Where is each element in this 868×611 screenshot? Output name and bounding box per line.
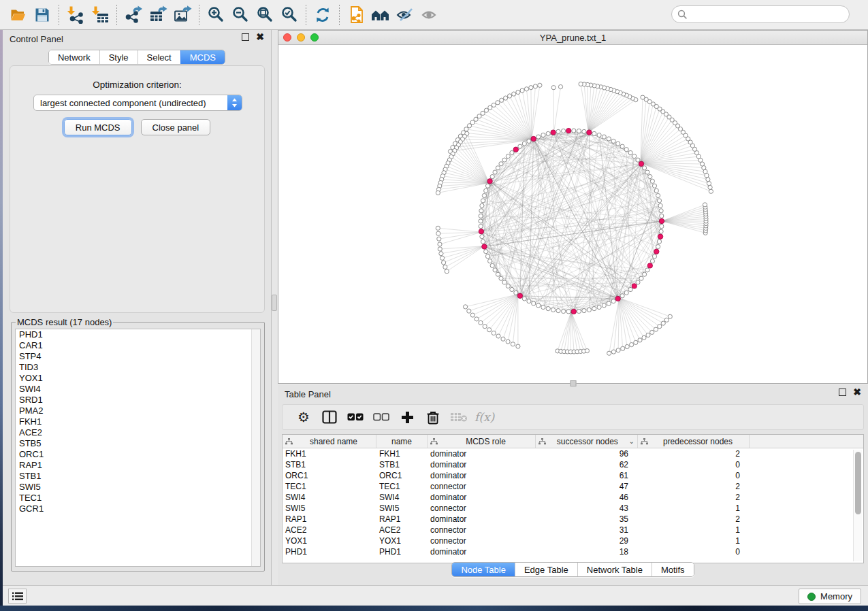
network-node[interactable] bbox=[628, 150, 632, 154]
close-icon[interactable]: ✖ bbox=[853, 389, 861, 396]
clone-network-icon[interactable] bbox=[344, 3, 368, 27]
import-network-icon[interactable] bbox=[63, 3, 88, 27]
zoom-fit-icon[interactable] bbox=[253, 3, 277, 27]
network-node[interactable] bbox=[656, 244, 660, 248]
network-node[interactable] bbox=[577, 309, 581, 313]
network-node[interactable] bbox=[706, 178, 710, 182]
network-node[interactable] bbox=[492, 103, 496, 107]
mcds-list-scrollbar[interactable] bbox=[251, 329, 260, 566]
network-node[interactable] bbox=[641, 95, 645, 99]
network-node[interactable] bbox=[479, 225, 483, 229]
network-node[interactable] bbox=[551, 308, 556, 312]
network-node[interactable] bbox=[496, 166, 500, 170]
tab-node-table[interactable]: Node Table bbox=[452, 563, 515, 576]
network-node[interactable] bbox=[488, 259, 492, 263]
tab-edge-table[interactable]: Edge Table bbox=[515, 563, 577, 576]
network-node[interactable] bbox=[664, 318, 669, 322]
mcds-result-item[interactable]: YOX1 bbox=[16, 373, 260, 384]
network-node[interactable] bbox=[474, 117, 478, 121]
run-mcds-button[interactable]: Run MCDS bbox=[64, 119, 132, 135]
network-node[interactable] bbox=[467, 309, 471, 313]
network-node[interactable] bbox=[625, 344, 629, 348]
network-node[interactable] bbox=[648, 175, 652, 179]
network-node[interactable] bbox=[499, 276, 503, 280]
network-node-selected[interactable] bbox=[487, 179, 492, 184]
tab-mcds[interactable]: MCDS bbox=[180, 50, 225, 64]
network-node[interactable] bbox=[485, 184, 489, 188]
network-node[interactable] bbox=[562, 129, 566, 133]
network-node[interactable] bbox=[496, 272, 500, 276]
export-network-icon[interactable] bbox=[121, 3, 146, 27]
network-node[interactable] bbox=[536, 135, 541, 139]
network-node[interactable] bbox=[652, 184, 656, 188]
network-node[interactable] bbox=[464, 127, 468, 131]
network-node-selected[interactable] bbox=[566, 128, 571, 133]
network-node[interactable] bbox=[668, 314, 672, 318]
network-node[interactable] bbox=[437, 237, 441, 241]
network-node-selected[interactable] bbox=[571, 309, 576, 314]
network-node[interactable] bbox=[639, 276, 643, 280]
network-node-selected[interactable] bbox=[659, 218, 664, 223]
mcds-result-item[interactable]: FKH1 bbox=[16, 416, 260, 427]
delete-column-trash-icon[interactable] bbox=[420, 406, 446, 428]
network-node[interactable] bbox=[611, 350, 615, 354]
criterion-dropdown[interactable]: largest connected component (undirected) bbox=[33, 95, 242, 111]
network-node[interactable] bbox=[624, 291, 628, 295]
network-node[interactable] bbox=[496, 101, 500, 105]
network-node[interactable] bbox=[616, 348, 620, 352]
network-node[interactable] bbox=[529, 86, 533, 90]
network-node[interactable] bbox=[522, 297, 526, 301]
network-node[interactable] bbox=[522, 142, 526, 146]
save-session-icon[interactable] bbox=[30, 3, 54, 27]
network-node[interactable] bbox=[477, 114, 481, 118]
network-node[interactable] bbox=[438, 247, 442, 251]
network-node[interactable] bbox=[546, 307, 550, 311]
mcds-result-list[interactable]: PHD1CAR1STP4TID3YOX1SWI4SRD1PMA2FKH1ACE2… bbox=[15, 329, 261, 567]
network-node[interactable] bbox=[621, 346, 625, 350]
network-node[interactable] bbox=[642, 335, 646, 340]
float-window-icon[interactable] bbox=[839, 389, 846, 396]
network-node[interactable] bbox=[616, 142, 620, 146]
network-node[interactable] bbox=[511, 342, 515, 346]
network-node[interactable] bbox=[582, 309, 586, 313]
hide-items-icon[interactable] bbox=[393, 3, 417, 27]
network-node[interactable] bbox=[572, 129, 576, 133]
close-icon[interactable]: ✖ bbox=[256, 33, 264, 41]
network-node[interactable] bbox=[436, 231, 440, 235]
network-node-selected[interactable] bbox=[658, 234, 662, 239]
mcds-result-item[interactable]: STP4 bbox=[16, 351, 260, 362]
network-node[interactable] bbox=[624, 148, 628, 152]
network-node[interactable] bbox=[510, 287, 514, 291]
network-node[interactable] bbox=[436, 226, 440, 230]
network-node[interactable] bbox=[501, 337, 505, 341]
network-node-selected[interactable] bbox=[479, 229, 483, 234]
tab-motifs[interactable]: Motifs bbox=[652, 563, 694, 576]
mcds-result-item[interactable]: GCR1 bbox=[16, 503, 260, 514]
zoom-in-icon[interactable] bbox=[204, 3, 228, 27]
network-node[interactable] bbox=[585, 349, 589, 353]
network-search-field[interactable] bbox=[671, 5, 850, 23]
network-node[interactable] bbox=[480, 235, 484, 239]
network-node[interactable] bbox=[538, 83, 542, 87]
network-node[interactable] bbox=[592, 131, 596, 135]
network-node[interactable] bbox=[516, 344, 520, 348]
network-node[interactable] bbox=[577, 129, 581, 133]
network-node[interactable] bbox=[661, 321, 665, 325]
network-node[interactable] bbox=[480, 203, 484, 208]
mcds-result-item[interactable]: PMA2 bbox=[16, 406, 260, 416]
mcds-result-item[interactable]: STB1 bbox=[16, 471, 260, 482]
network-node[interactable] bbox=[636, 280, 640, 284]
network-node[interactable] bbox=[479, 214, 483, 218]
network-node[interactable] bbox=[611, 299, 615, 303]
mcds-result-item[interactable]: SRD1 bbox=[16, 395, 260, 406]
network-node[interactable] bbox=[650, 179, 654, 183]
network-node[interactable] bbox=[632, 154, 637, 159]
network-node[interactable] bbox=[445, 269, 449, 274]
network-node[interactable] bbox=[492, 331, 496, 335]
network-node[interactable] bbox=[532, 301, 536, 306]
table-scrollbar[interactable] bbox=[853, 450, 862, 561]
network-node-selected[interactable] bbox=[647, 263, 652, 268]
network-node[interactable] bbox=[587, 308, 591, 312]
network-node[interactable] bbox=[438, 242, 442, 246]
network-node[interactable] bbox=[527, 299, 531, 303]
